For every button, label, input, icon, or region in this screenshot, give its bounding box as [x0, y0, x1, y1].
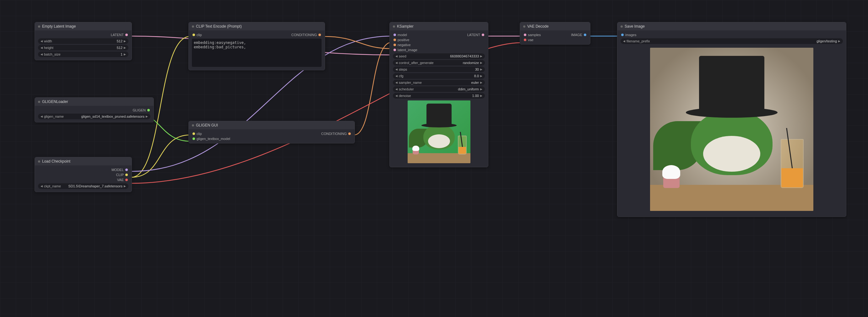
slot-clip-in[interactable]: clip — [196, 132, 202, 135]
slot-clip-out[interactable]: CLIP — [116, 173, 124, 177]
prompt-textarea[interactable]: embedding:easynegative, embedding:bad_pi… — [192, 39, 321, 67]
slot-positive-in[interactable]: positive — [398, 38, 409, 42]
node-title[interactable]: Save Image — [617, 22, 846, 30]
ckpt-name-widget[interactable]: ◀ckpt_nameSD1.5\Dreamshaper_7.safetensor… — [38, 183, 128, 189]
ksampler-preview-image — [408, 100, 470, 163]
seed-widget[interactable]: ◀seed660880346743333▶ — [393, 53, 485, 59]
node-title[interactable]: GLIGENLoader — [35, 98, 154, 106]
slot-clip-in[interactable]: clip — [196, 33, 202, 37]
slot-latent-out[interactable]: LATENT — [467, 33, 480, 37]
denoise-widget[interactable]: ◀denoise1.00▶ — [393, 93, 485, 99]
node-gligen-loader[interactable]: GLIGENLoader GLIGEN ◀gligen_namegligen_s… — [35, 97, 154, 122]
slot-model-out[interactable]: MODEL — [112, 168, 124, 172]
slot-samples-in[interactable]: samples — [528, 33, 541, 37]
filename-prefix-widget[interactable]: ◀filename_prefixgligen/testing▶ — [621, 38, 843, 44]
node-load-checkpoint[interactable]: Load Checkpoint MODEL CLIP VAE ◀ckpt_nam… — [35, 157, 132, 192]
node-gligen-gui[interactable]: GLIGEN GUI clip CONDITIONING gligen_text… — [188, 121, 355, 144]
gligen-name-widget[interactable]: ◀gligen_namegligen_sd14_textbox_pruned.s… — [38, 114, 150, 119]
batch-size-widget[interactable]: ◀batch_size1▶ — [38, 52, 128, 57]
slot-gligen-model-in[interactable]: gligen_textbox_model — [196, 137, 230, 140]
width-widget[interactable]: ◀width512▶ — [38, 38, 128, 44]
slot-latent-in[interactable]: latent_image — [398, 48, 417, 52]
slot-negative-in[interactable]: negative — [398, 43, 411, 47]
steps-widget[interactable]: ◀steps30▶ — [393, 67, 485, 72]
slot-conditioning-out[interactable]: CONDITIONING — [321, 132, 347, 135]
slot-image-out[interactable]: IMAGE — [571, 33, 582, 37]
node-title[interactable]: VAE Decode — [520, 22, 590, 30]
sampler-name-widget[interactable]: ◀sampler_nameeuler▶ — [393, 80, 485, 85]
slot-model-in[interactable]: model — [398, 33, 407, 37]
slot-gligen-out[interactable]: GLIGEN — [132, 108, 146, 112]
cfg-widget[interactable]: ◀cfg8.0▶ — [393, 73, 485, 79]
slot-vae-out[interactable]: VAE — [117, 178, 124, 182]
node-title[interactable]: GLIGEN GUI — [189, 121, 354, 129]
height-widget[interactable]: ◀height512▶ — [38, 45, 128, 51]
node-clip-text-encode[interactable]: CLIP Text Encode (Prompt) clip CONDITION… — [188, 22, 325, 70]
node-ksampler[interactable]: KSampler model LATENT positive negative … — [390, 22, 488, 167]
node-title[interactable]: Empty Latent Image — [35, 22, 132, 30]
slot-latent-out[interactable]: LATENT — [111, 33, 124, 37]
slot-images-in[interactable]: images — [625, 33, 636, 37]
node-save-image[interactable]: Save Image images ◀filename_prefixgligen… — [617, 22, 846, 217]
node-title[interactable]: Load Checkpoint — [35, 157, 132, 165]
node-title[interactable]: CLIP Text Encode (Prompt) — [189, 22, 325, 30]
slot-conditioning-out[interactable]: CONDITIONING — [291, 33, 317, 37]
scheduler-widget[interactable]: ◀schedulerddim_uniform▶ — [393, 86, 485, 92]
save-image-preview — [650, 48, 813, 211]
node-title[interactable]: KSampler — [390, 22, 488, 30]
node-vae-decode[interactable]: VAE Decode samples IMAGE vae — [520, 22, 590, 44]
node-empty-latent-image[interactable]: Empty Latent Image LATENT ◀width512▶ ◀he… — [35, 22, 132, 60]
control-after-generate-widget[interactable]: ◀control_after_generaterandomize▶ — [393, 60, 485, 66]
slot-vae-in[interactable]: vae — [528, 38, 533, 42]
